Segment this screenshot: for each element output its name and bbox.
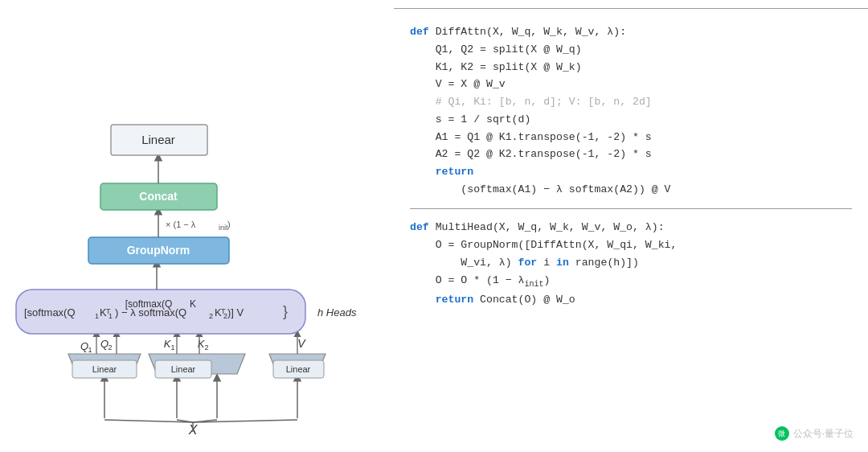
code-panel: def DiffAttn(X, W_q, W_k, W_v, λ): Q1, Q… <box>394 8 868 452</box>
watermark-text: 公众号·量子位 <box>793 427 854 441</box>
svg-text:Concat: Concat <box>139 190 178 203</box>
code-block-1: def DiffAttn(X, W_q, W_k, W_v, λ): Q1, Q… <box>410 23 852 199</box>
diagram-panel: X <box>0 0 394 452</box>
watermark-icon: 微 <box>775 426 789 441</box>
svg-text:[softmax(Q: [softmax(Q <box>24 306 76 318</box>
svg-text:GroupNorm: GroupNorm <box>127 244 190 257</box>
svg-text:1: 1 <box>95 312 99 320</box>
svg-text:1: 1 <box>170 343 174 351</box>
svg-text:2: 2 <box>204 343 208 351</box>
svg-text:2: 2 <box>209 312 213 320</box>
svg-text:)] V: )] V <box>227 306 244 318</box>
svg-text:) − λ softmax(Q: ) − λ softmax(Q <box>115 306 186 318</box>
code-block-2: def MultiHead(X, W_q, W_k, W_v, W_o, λ):… <box>410 219 852 308</box>
watermark: 微 公众号·量子位 <box>775 426 854 441</box>
svg-text:Linear: Linear <box>92 364 117 374</box>
svg-text:× (1 − λ: × (1 − λ <box>166 220 196 229</box>
svg-text:V: V <box>297 337 306 350</box>
svg-text:1: 1 <box>108 312 113 320</box>
code-divider <box>410 208 852 210</box>
svg-text:Linear: Linear <box>286 364 311 374</box>
svg-text:1: 1 <box>88 346 92 354</box>
svg-text:K: K <box>190 298 196 310</box>
svg-text:Linear: Linear <box>171 364 196 374</box>
svg-text:Linear: Linear <box>141 133 175 146</box>
svg-text:2: 2 <box>108 343 112 351</box>
svg-text:}: } <box>283 303 288 319</box>
svg-text:h Heads: h Heads <box>317 306 357 318</box>
svg-text:): ) <box>227 220 231 229</box>
